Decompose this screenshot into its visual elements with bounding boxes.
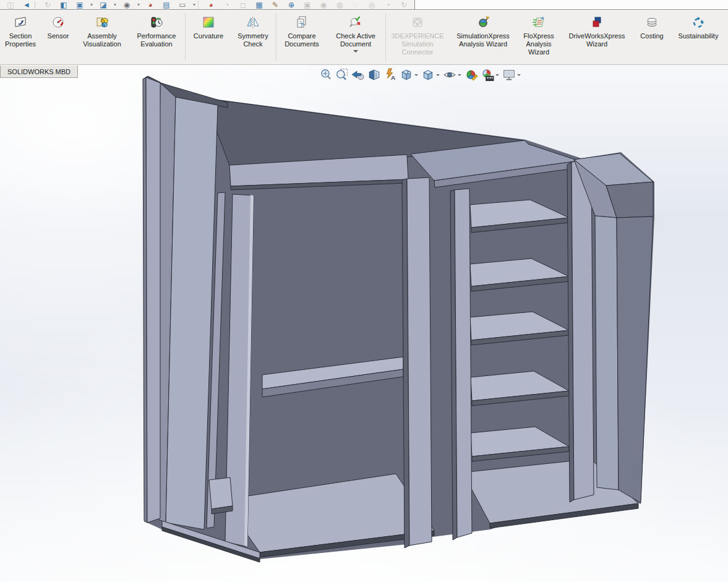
quick-access-strip: ◫◄↻◧▣▾◪▾◉▾◕▤▭▾◕◔◻▦✎⊕▣◉◍◌◎◔↻ [0, 0, 728, 10]
view-settings-button[interactable] [502, 68, 521, 82]
floxpress-analysis-wizard-button[interactable]: # FloXpress Analysis Wizard [518, 11, 560, 57]
compare-documents-icon: ? [294, 14, 309, 30]
3dexperience-icon [410, 14, 425, 30]
section-properties-button[interactable]: Section Properties [0, 11, 41, 48]
curvature-button[interactable]: Curvature [186, 11, 231, 40]
dynamic-annotation-views-button[interactable]: A [383, 68, 397, 82]
hide-show-caret-icon[interactable]: ▾ [135, 1, 142, 9]
previous-view-icon[interactable]: ◄ [19, 1, 35, 9]
compare-documents-button[interactable]: ? Compare Documents [277, 11, 327, 48]
view-settings-caret-icon[interactable] [517, 74, 521, 78]
zoom-to-fit-button[interactable] [319, 68, 333, 82]
copy-appearance-icon[interactable]: ◔ [219, 1, 235, 9]
display-style-caret-icon[interactable]: ▾ [111, 1, 119, 9]
apply-scene-caret-icon[interactable] [495, 74, 499, 78]
floxpress-icon: # [531, 14, 546, 30]
edit-appearance-button[interactable] [465, 68, 478, 82]
section-view-icon[interactable]: ◧ [56, 1, 72, 9]
view-settings-caret-icon[interactable]: ▾ [191, 1, 198, 9]
3dexperience-simulation-connector-button: 3DEXPERIENCE Simulation Connector [387, 11, 448, 57]
symmetry-check-button[interactable]: Symmetry Check [231, 11, 275, 48]
camera-icon[interactable]: ◌ [348, 1, 364, 9]
edit-appearance-icon [465, 68, 478, 82]
view-orientation-caret-icon[interactable]: ▾ [88, 1, 95, 9]
view-settings-icon[interactable]: ▭ [174, 1, 191, 9]
headsup-view-toolbar: A [319, 67, 524, 82]
simulationxpress-analysis-wizard-button[interactable]: SimulationXpress Analysis Wizard [448, 11, 518, 48]
view-settings-icon [502, 68, 516, 82]
edit-appearance-2-icon[interactable]: ◕ [203, 1, 219, 9]
driveworksxpress-wizard-button[interactable]: DriveWorksXpress Wizard [560, 11, 634, 48]
scene-properties-icon[interactable]: ◔ [380, 1, 396, 9]
curvature-icon [201, 14, 216, 30]
costing-button[interactable]: Costing [634, 11, 670, 40]
check-active-document-icon [348, 14, 363, 30]
performance-evaluation-icon [149, 14, 164, 30]
tab-solidworks-mbd[interactable]: SOLIDWORKS MBD [0, 66, 78, 78]
center-divider-front [407, 178, 432, 546]
apply-scene-icon[interactable]: ▤ [158, 1, 174, 9]
simulationxpress-icon [476, 14, 490, 30]
dynamic-annotation-views-icon: A [383, 68, 397, 82]
sustainability-icon [691, 14, 706, 30]
graphics-viewport[interactable] [0, 0, 728, 582]
sensor-button[interactable]: Sensor [41, 11, 75, 40]
assembly-visualization-icon [95, 14, 109, 30]
sustainability-button[interactable]: Sustainability [670, 11, 727, 40]
display-style-icon [421, 68, 435, 82]
svg-text:A: A [391, 74, 395, 81]
apply-scene-button[interactable] [481, 68, 500, 82]
apply-scene-2-icon[interactable]: ▦ [251, 1, 267, 9]
ribbon-separator [385, 13, 386, 61]
section-view-icon [367, 68, 381, 82]
tower-column-front [595, 216, 619, 490]
previous-view-button[interactable] [351, 68, 365, 82]
render-options-icon[interactable]: ↻ [396, 1, 412, 9]
strip-separator-2 [198, 1, 203, 9]
hide-show-items-button[interactable] [443, 68, 462, 82]
check-active-document-button[interactable]: Check Active Document [327, 11, 385, 55]
performance-evaluation-button[interactable]: Performance Evaluation [129, 11, 184, 48]
display-style-caret-icon[interactable] [436, 74, 440, 78]
display-style-button[interactable] [421, 68, 440, 82]
redraw-icon[interactable]: ↻ [40, 1, 56, 9]
costing-icon [644, 14, 659, 30]
view-orientation-icon [400, 68, 413, 82]
edit-decal-icon[interactable]: ✎ [267, 1, 283, 9]
view-orientation-icon[interactable]: ▣ [72, 1, 88, 9]
small-shelf-top [209, 477, 233, 509]
svg-text:?: ? [300, 22, 304, 28]
view-orientation-caret-icon[interactable] [414, 74, 418, 78]
view-target-icon[interactable]: ⊕ [283, 1, 299, 9]
right-wall-front [572, 160, 594, 500]
edit-appearance-icon[interactable]: ◕ [142, 1, 158, 9]
lights-icon[interactable]: ◎ [364, 1, 380, 9]
perspective-icon[interactable]: ◍ [332, 1, 348, 9]
apply-scene-icon [481, 68, 494, 82]
assembly-visualization-button[interactable]: Assembly Visualization [75, 11, 129, 48]
display-style-icon[interactable]: ◪ [95, 1, 111, 9]
shadows-icon[interactable]: ◉ [315, 1, 332, 9]
strip-separator-1 [35, 1, 40, 9]
hide-show-items-caret-icon[interactable] [458, 74, 461, 78]
insert-component-icon[interactable]: ◫ [2, 1, 19, 9]
tab-label: SOLIDWORKS MBD [7, 68, 71, 75]
solidworks-window: ◫◄↻◧▣▾◪▾◉▾◕▤▭▾◕◔◻▦✎⊕▣◉◍◌◎◔↻ Section Prop… [0, 0, 728, 582]
zoom-to-fit-icon [319, 68, 333, 82]
quick-strip-icons: ◫◄↻◧▣▾◪▾◉▾◕▤▭▾◕◔◻▦✎⊕▣◉◍◌◎◔↻ [0, 0, 412, 9]
zoom-to-area-icon [335, 68, 349, 82]
ribbon-separator [276, 13, 276, 61]
ambient-occlusion-icon[interactable]: ▣ [299, 1, 315, 9]
back-slab-front [146, 77, 160, 523]
sensor-icon [51, 14, 66, 30]
view-orientation-button[interactable] [400, 68, 419, 82]
paste-appearance-icon[interactable]: ◻ [235, 1, 251, 9]
section-view-button[interactable] [367, 68, 381, 82]
hide-show-items-icon [443, 68, 456, 82]
zoom-to-area-button[interactable] [335, 68, 349, 82]
svg-text:#: # [541, 16, 544, 20]
hide-show-items-icon[interactable]: ◉ [119, 1, 135, 9]
symmetry-check-icon [246, 14, 260, 30]
dropdown-caret-icon[interactable] [353, 50, 358, 55]
section-properties-icon [13, 14, 28, 30]
